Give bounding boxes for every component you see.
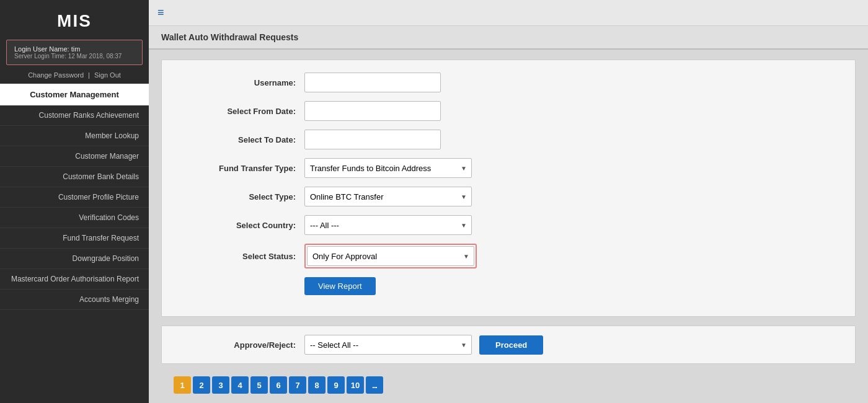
user-info-box: Login User Name: tim Server Login Time: … xyxy=(6,40,143,65)
username-input[interactable] xyxy=(304,73,441,92)
select-country-select[interactable]: --- All --- United States United Kingdom xyxy=(304,215,472,235)
select-country-row: Select Country: --- All --- United State… xyxy=(180,215,836,235)
fund-transfer-select[interactable]: Transfer Funds to Bitcoin Address Wire T… xyxy=(304,158,472,178)
page-btn-8[interactable]: 8 xyxy=(308,376,326,394)
select-type-wrapper: Online BTC Transfer Manual BTC Transfer xyxy=(304,187,472,206)
page-btn-5[interactable]: 5 xyxy=(250,376,268,394)
page-btn-more[interactable]: ... xyxy=(366,376,383,394)
to-date-label: Select To Date: xyxy=(180,135,304,144)
from-date-input[interactable] xyxy=(304,101,441,121)
select-status-label: Select Status: xyxy=(180,252,304,261)
page-title-bar: Wallet Auto Withdrawal Requests xyxy=(149,26,868,50)
user-links: Change Password | Sign Out xyxy=(0,69,149,84)
approve-reject-select[interactable]: -- Select All -- Approve Reject xyxy=(304,335,472,355)
username-label: Username: xyxy=(180,78,304,87)
filter-form-card: Username: Select From Date: Select To Da… xyxy=(161,60,856,317)
content-area: Username: Select From Date: Select To Da… xyxy=(149,50,868,403)
view-report-button[interactable]: View Report xyxy=(304,277,376,295)
sidebar-item-member-lookup[interactable]: Member Lookup xyxy=(0,126,149,146)
proceed-button[interactable]: Proceed xyxy=(479,335,543,355)
login-username: Login User Name: tim xyxy=(14,45,135,53)
select-country-label: Select Country: xyxy=(180,221,304,230)
page-btn-3[interactable]: 3 xyxy=(212,376,229,394)
username-row: Username: xyxy=(180,73,836,92)
sidebar-item-verification-codes[interactable]: Verification Codes xyxy=(0,208,149,228)
sidebar-section-title: Customer Management xyxy=(0,84,149,105)
select-type-label: Select Type: xyxy=(180,192,304,202)
sidebar-item-customer-bank[interactable]: Customer Bank Details xyxy=(0,167,149,187)
sidebar: MIS Login User Name: tim Server Login Ti… xyxy=(0,0,149,403)
sidebar-item-customer-manager[interactable]: Customer Manager xyxy=(0,146,149,167)
page-btn-7[interactable]: 7 xyxy=(289,376,306,394)
sidebar-item-customer-profile[interactable]: Customer Profile Picture xyxy=(0,187,149,208)
approve-reject-row: Approve/Reject: -- Select All -- Approve… xyxy=(161,326,856,364)
sidebar-logo: MIS xyxy=(0,0,149,40)
page-btn-4[interactable]: 4 xyxy=(231,376,249,394)
sidebar-item-accounts-merging[interactable]: Accounts Merging xyxy=(0,290,149,310)
page-btn-1[interactable]: 1 xyxy=(174,376,191,394)
from-date-row: Select From Date: xyxy=(180,101,836,121)
page-btn-10[interactable]: 10 xyxy=(347,376,364,394)
sidebar-item-customer-ranks[interactable]: Customer Ranks Achievement xyxy=(0,105,149,126)
main-content: ≡ Wallet Auto Withdrawal Requests Userna… xyxy=(149,0,868,403)
hamburger-icon[interactable]: ≡ xyxy=(157,6,164,19)
page-btn-6[interactable]: 6 xyxy=(270,376,287,394)
sign-out-link[interactable]: Sign Out xyxy=(94,71,121,79)
page-title: Wallet Auto Withdrawal Requests xyxy=(161,32,298,42)
from-date-label: Select From Date: xyxy=(180,107,304,116)
sidebar-item-fund-transfer[interactable]: Fund Transfer Request xyxy=(0,228,149,249)
server-time: Server Login Time: 12 Mar 2018, 08:37 xyxy=(14,53,135,60)
select-status-highlight: Only For Approval Pending Approved Rejec… xyxy=(304,244,477,268)
select-type-select[interactable]: Online BTC Transfer Manual BTC Transfer xyxy=(304,187,472,206)
fund-transfer-wrapper: Transfer Funds to Bitcoin Address Wire T… xyxy=(304,158,472,178)
sidebar-item-downgrade-position[interactable]: Downgrade Position xyxy=(0,249,149,269)
to-date-row: Select To Date: xyxy=(180,130,836,149)
page-btn-2[interactable]: 2 xyxy=(193,376,210,394)
separator: | xyxy=(88,71,90,79)
select-status-select[interactable]: Only For Approval Pending Approved Rejec… xyxy=(307,246,474,266)
approve-reject-label: Approve/Reject: xyxy=(180,340,304,350)
fund-transfer-label: Fund Transfer Type: xyxy=(180,164,304,173)
select-status-row: Select Status: Only For Approval Pending… xyxy=(180,244,836,268)
select-type-row: Select Type: Online BTC Transfer Manual … xyxy=(180,187,836,206)
view-report-row: View Report xyxy=(180,277,836,295)
sidebar-item-mastercard[interactable]: Mastercard Order Authorisation Report xyxy=(0,269,149,290)
pagination: 1 2 3 4 5 6 7 8 9 10 ... xyxy=(161,373,856,400)
page-btn-9[interactable]: 9 xyxy=(327,376,345,394)
select-country-wrapper: --- All --- United States United Kingdom xyxy=(304,215,472,235)
fund-transfer-row: Fund Transfer Type: Transfer Funds to Bi… xyxy=(180,158,836,178)
change-password-link[interactable]: Change Password xyxy=(28,71,84,79)
select-status-wrapper: Only For Approval Pending Approved Rejec… xyxy=(307,246,474,266)
topbar: ≡ xyxy=(149,0,868,26)
approve-reject-wrapper: -- Select All -- Approve Reject xyxy=(304,335,472,355)
to-date-input[interactable] xyxy=(304,130,441,149)
